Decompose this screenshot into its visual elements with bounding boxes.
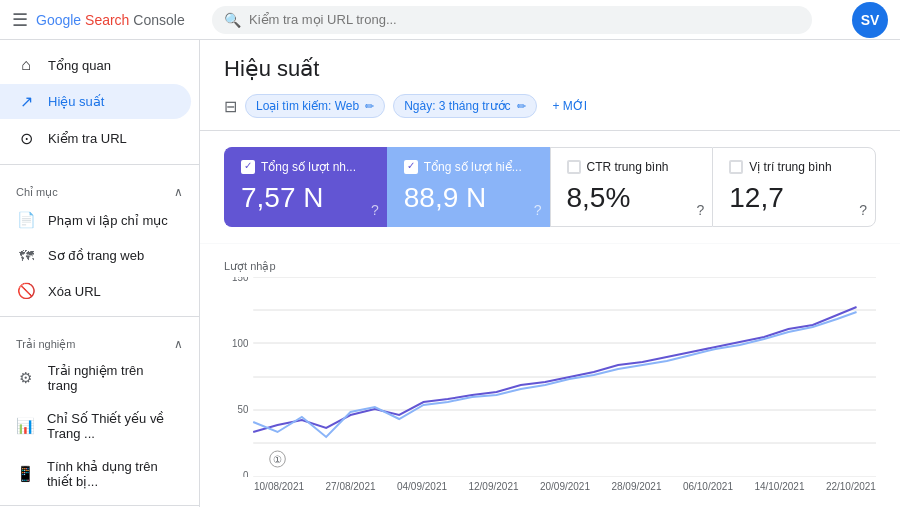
metric-label-text-luot-nhap: Tổng số lượt nh... <box>261 160 356 174</box>
x-label-8: 22/10/2021 <box>826 481 876 492</box>
chart-area: Lượt nhập 150 100 50 0 <box>200 244 900 507</box>
sidebar-item-pham-vi[interactable]: 📄 Phạm vi lập chỉ mục <box>0 203 191 237</box>
checkbox-luot-hien[interactable] <box>404 160 418 174</box>
metrics-icon: 📊 <box>16 417 35 435</box>
metric-value-ctr: 8,5% <box>567 182 697 214</box>
experience-icon: ⚙ <box>16 369 36 387</box>
metric-label-luot-nhap: Tổng số lượt nh... <box>241 160 371 174</box>
info-icon-luot-hien[interactable]: ? <box>534 202 542 218</box>
svg-text:100: 100 <box>232 338 249 349</box>
sitemap-icon: 🗺 <box>16 247 36 264</box>
sidebar-item-so-do[interactable]: 🗺 Sơ đồ trang web <box>0 239 191 272</box>
sidebar-label-so-do: Sơ đồ trang web <box>48 248 144 263</box>
svg-text:0: 0 <box>243 470 249 477</box>
file-icon: 📄 <box>16 211 36 229</box>
sidebar-item-kiem-tra-url[interactable]: ⊙ Kiểm tra URL <box>0 121 191 156</box>
new-filter-label: + MỚI <box>553 99 588 113</box>
logo-text: SV <box>861 12 880 28</box>
layout: ⌂ Tổng quan ↗ Hiệu suất ⊙ Kiểm tra URL C… <box>0 40 900 507</box>
svg-text:150: 150 <box>232 277 249 283</box>
metric-card-vi-tri[interactable]: Vị trí trung bình 12,7 ? <box>712 147 876 227</box>
sidebar-label-kiem-tra-url: Kiểm tra URL <box>48 131 127 146</box>
metric-label-text-ctr: CTR trung bình <box>587 160 669 174</box>
sidebar-item-hieu-suat[interactable]: ↗ Hiệu suất <box>0 84 191 119</box>
metric-label-text-vi-tri: Vị trí trung bình <box>749 160 831 174</box>
sidebar-item-tinh-kha-dung[interactable]: 📱 Tính khả dụng trên thiết bị... <box>0 451 191 497</box>
chevron-up-icon-2[interactable]: ∧ <box>174 337 183 351</box>
trending-icon: ↗ <box>16 92 36 111</box>
info-icon-luot-nhap[interactable]: ? <box>371 202 379 218</box>
svg-text:①: ① <box>273 454 282 465</box>
filter-chip-ngay[interactable]: Ngày: 3 tháng trước ✏ <box>393 94 536 118</box>
logo-avatar[interactable]: SV <box>852 2 888 38</box>
chart-container: 150 100 50 0 ① <box>224 277 876 477</box>
filter-chip-loai-label: Loại tìm kiếm: Web <box>256 99 359 113</box>
sidebar: ⌂ Tổng quan ↗ Hiệu suất ⊙ Kiểm tra URL C… <box>0 40 200 507</box>
brand-area: ☰ Google Search Console <box>12 9 212 31</box>
chart-svg: 150 100 50 0 ① <box>224 277 876 477</box>
section-chi-muc: Chỉ mục ∧ <box>0 173 199 203</box>
chart-x-labels: 10/08/2021 27/08/2021 04/09/2021 12/09/2… <box>224 477 876 492</box>
metric-label-luot-hien: Tổng số lượt hiể... <box>404 160 534 174</box>
search-input[interactable] <box>249 12 800 27</box>
section-chi-muc-label: Chỉ mục <box>16 186 58 199</box>
top-bar-right: SV <box>852 2 888 38</box>
section-trai-nghiem-label: Trải nghiệm <box>16 338 75 351</box>
checkbox-luot-nhap[interactable] <box>241 160 255 174</box>
x-label-0: 10/08/2021 <box>254 481 304 492</box>
hamburger-icon[interactable]: ☰ <box>12 9 28 31</box>
main-header: Hiệu suất ⊟ Loại tìm kiếm: Web ✏ Ngày: 3… <box>200 40 900 131</box>
sidebar-item-trai-nghiem-trang[interactable]: ⚙ Trải nghiệm trên trang <box>0 355 191 401</box>
x-label-5: 28/09/2021 <box>611 481 661 492</box>
chart-y-label: Lượt nhập <box>224 260 876 273</box>
top-bar: ☰ Google Search Console 🔍 SV <box>0 0 900 40</box>
sidebar-divider-2 <box>0 316 199 317</box>
mobile-icon: 📱 <box>16 465 35 483</box>
edit-icon-ngay: ✏ <box>517 100 526 113</box>
new-filter-button[interactable]: + MỚI <box>545 95 596 117</box>
filter-chip-ngay-label: Ngày: 3 tháng trước <box>404 99 510 113</box>
edit-icon-loai: ✏ <box>365 100 374 113</box>
metrics-row: Tổng số lượt nh... 7,57 N ? Tổng số lượt… <box>200 131 900 243</box>
info-icon-ctr[interactable]: ? <box>696 202 704 218</box>
sidebar-divider-1 <box>0 164 199 165</box>
info-icon-vi-tri[interactable]: ? <box>859 202 867 218</box>
chevron-up-icon[interactable]: ∧ <box>174 185 183 199</box>
section-trai-nghiem: Trải nghiệm ∧ <box>0 325 199 355</box>
sidebar-label-chi-so: Chỉ Số Thiết yếu về Trang ... <box>47 411 175 441</box>
page-title: Hiệu suất <box>224 56 876 82</box>
brand-google: Google <box>36 12 85 28</box>
x-label-7: 14/10/2021 <box>754 481 804 492</box>
checkbox-vi-tri[interactable] <box>729 160 743 174</box>
metric-label-vi-tri: Vị trí trung bình <box>729 160 859 174</box>
metric-value-vi-tri: 12,7 <box>729 182 859 214</box>
main-content: Hiệu suất ⊟ Loại tìm kiếm: Web ✏ Ngày: 3… <box>200 40 900 507</box>
metric-label-text-luot-hien: Tổng số lượt hiể... <box>424 160 522 174</box>
x-label-6: 06/10/2021 <box>683 481 733 492</box>
svg-text:50: 50 <box>238 404 249 415</box>
brand-search: Search <box>85 12 129 28</box>
sidebar-item-tong-quan[interactable]: ⌂ Tổng quan <box>0 48 191 82</box>
metric-value-luot-hien: 88,9 N <box>404 182 534 214</box>
sidebar-label-trai-nghiem: Trải nghiệm trên trang <box>48 363 175 393</box>
metric-label-ctr: CTR trung bình <box>567 160 697 174</box>
metric-card-luot-hien[interactable]: Tổng số lượt hiể... 88,9 N ? <box>387 147 550 227</box>
x-label-2: 04/09/2021 <box>397 481 447 492</box>
metric-value-luot-nhap: 7,57 N <box>241 182 371 214</box>
search-bar[interactable]: 🔍 <box>212 6 812 34</box>
metric-card-luot-nhap[interactable]: Tổng số lượt nh... 7,57 N ? <box>224 147 387 227</box>
sidebar-label-pham-vi: Phạm vi lập chỉ mục <box>48 213 168 228</box>
x-label-3: 12/09/2021 <box>468 481 518 492</box>
sidebar-item-xoa-url[interactable]: 🚫 Xóa URL <box>0 274 191 308</box>
home-icon: ⌂ <box>16 56 36 74</box>
sidebar-label-xoa-url: Xóa URL <box>48 284 101 299</box>
sidebar-item-chi-so[interactable]: 📊 Chỉ Số Thiết yếu về Trang ... <box>0 403 191 449</box>
remove-icon: 🚫 <box>16 282 36 300</box>
filter-icon: ⊟ <box>224 97 237 116</box>
search-circle-icon: ⊙ <box>16 129 36 148</box>
checkbox-ctr[interactable] <box>567 160 581 174</box>
brand-console: Console <box>133 12 184 28</box>
x-label-4: 20/09/2021 <box>540 481 590 492</box>
filter-chip-loai-tim-kiem[interactable]: Loại tìm kiếm: Web ✏ <box>245 94 385 118</box>
metric-card-ctr[interactable]: CTR trung bình 8,5% ? <box>550 147 713 227</box>
